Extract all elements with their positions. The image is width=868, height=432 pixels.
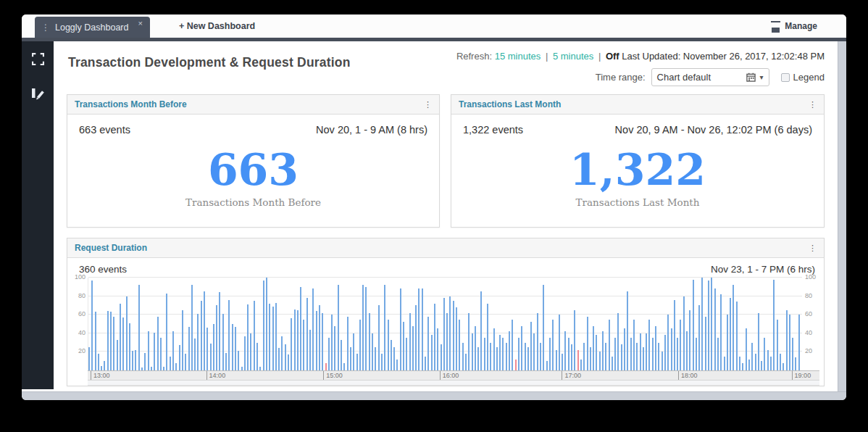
chart-bar (705, 317, 706, 370)
chart-bar (490, 343, 491, 370)
tab-kebab-icon[interactable]: ⋮ (41, 23, 50, 32)
chart-bar (686, 331, 688, 370)
refresh-15-link[interactable]: 15 minutes (495, 51, 541, 62)
panel-menu-kebab-icon[interactable]: ⋮ (809, 244, 817, 252)
chart-bar (751, 343, 753, 370)
chart-bar (456, 307, 457, 370)
chart-bar (792, 338, 793, 370)
chart-bar (506, 343, 507, 370)
chart-bar (235, 327, 236, 370)
time-range-value: Chart default (657, 72, 742, 83)
panel-menu-kebab-icon[interactable]: ⋮ (809, 101, 817, 109)
chart-bar (602, 331, 604, 370)
chart-bar (412, 326, 414, 370)
chart-bar (110, 312, 112, 370)
chart-bar (714, 288, 716, 370)
chart-bar (462, 343, 464, 370)
chart-bar (459, 320, 460, 370)
chart-bar (527, 347, 529, 370)
chart-bar (720, 294, 722, 370)
chart-bar (312, 288, 314, 370)
chart-bar (275, 303, 277, 370)
chart-brush-strip[interactable] (88, 381, 819, 386)
chart-bar (437, 328, 438, 370)
chart-bar (758, 313, 759, 370)
chart-bar (480, 291, 482, 370)
x-tick-label: 15:00 (323, 371, 343, 380)
chart-bar (543, 285, 544, 370)
x-tick-label: 18:00 (678, 371, 698, 380)
x-tick-label: 16:00 (440, 371, 459, 380)
time-range-select[interactable]: Chart default ▾ (651, 68, 769, 86)
chart-bar (135, 350, 136, 370)
horizontal-scrollbar[interactable] (22, 391, 846, 400)
legend-label: Legend (793, 72, 825, 83)
vertical-scrollbar[interactable] (838, 41, 846, 391)
chart-bar (353, 333, 354, 370)
chart-bar (281, 336, 283, 370)
chart-bar (630, 338, 632, 370)
time-range-label: Time range: (596, 72, 646, 83)
chart-bar (783, 363, 784, 370)
chart-bar (126, 296, 128, 370)
separator: | (596, 51, 603, 62)
legend-checkbox[interactable] (781, 73, 790, 82)
refresh-off-option[interactable]: Off (606, 51, 619, 62)
y-tick-label: 80 (78, 292, 85, 299)
panel-menu-kebab-icon[interactable]: ⋮ (424, 101, 432, 109)
chart-bar (222, 314, 224, 370)
chart-bar (587, 317, 588, 370)
chart-bar (378, 305, 380, 370)
chart-bar (449, 296, 451, 370)
chart-bar (325, 363, 327, 370)
tab-close-icon[interactable]: × (138, 19, 142, 28)
chart-bar (117, 340, 118, 370)
chart-bar (297, 310, 299, 370)
y-tick-label: 20 (78, 347, 85, 354)
chart-bar (755, 354, 756, 370)
chart-bar (701, 278, 703, 370)
edit-dashboard-icon[interactable] (30, 86, 45, 101)
chart-bar (443, 298, 445, 370)
chart-bar (225, 353, 227, 370)
fullscreen-icon[interactable] (30, 51, 45, 66)
chart-bar (341, 340, 342, 370)
chart-bar (148, 331, 149, 370)
chart-bar (708, 281, 709, 370)
tab-loggly-dashboard[interactable]: ⋮ Loggly Dashboard × (35, 17, 150, 38)
panel-request-duration: Request Duration ⋮ 360 events Nov 23, 1 … (67, 238, 825, 386)
chart-bar (515, 360, 517, 370)
new-dashboard-button[interactable]: + New Dashboard (179, 21, 255, 31)
chart-bar (172, 331, 174, 370)
chart-bar (487, 304, 488, 370)
chart-bar (571, 344, 572, 370)
chart-bar (157, 317, 159, 370)
x-axis[interactable]: 13:0014:0015:0016:0017:0018:0019:00 (88, 370, 819, 381)
chart-bar (593, 326, 594, 370)
manage-button[interactable]: Manage (771, 21, 817, 31)
chart-bar (427, 317, 429, 370)
chart-bar (537, 313, 538, 370)
chart-bar (391, 340, 392, 370)
chart-bar (499, 335, 501, 370)
x-tick-label: 14:00 (206, 371, 226, 380)
chart-bar (525, 343, 526, 370)
chart-bar (795, 357, 796, 370)
refresh-5-link[interactable]: 5 minutes (553, 51, 593, 62)
chart-bar (113, 317, 114, 370)
chart-bar (409, 313, 411, 370)
chart-bar (381, 354, 383, 370)
chart-bar (403, 322, 404, 370)
refresh-controls: Refresh: 15 minutes | 5 minutes | Off La… (456, 51, 825, 62)
chart-plot[interactable] (88, 278, 802, 370)
chart-bar (285, 344, 286, 370)
chart-bar (677, 338, 678, 370)
chart-bar (773, 280, 775, 370)
chart-bar (396, 360, 398, 370)
chart-bar (605, 343, 606, 370)
chart-bar (365, 287, 367, 370)
chart-bar (512, 320, 513, 370)
chart-bar (263, 281, 264, 370)
chart-bar (232, 324, 233, 370)
chart-bar (472, 333, 473, 370)
